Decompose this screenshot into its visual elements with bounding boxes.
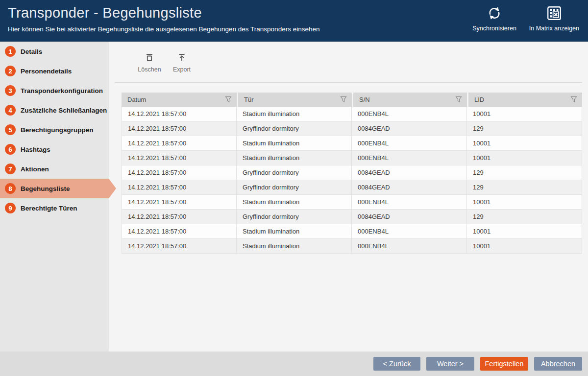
sidebar-item-label: Transponderkonfiguration — [21, 87, 103, 94]
table-cell: Gryffindor dormitory — [237, 165, 352, 180]
sidebar-item-label: Details — [21, 48, 42, 55]
table-row[interactable]: 14.12.2021 18:57:00Gryffindor dormitory0… — [122, 210, 582, 224]
sidebar-item-label: Begehungsliste — [21, 185, 70, 192]
next-button[interactable]: Weiter > — [426, 357, 474, 371]
table-cell: 14.12.2021 18:57:00 — [122, 224, 237, 239]
app-window: Transponder - Begehungsliste Hier können… — [0, 0, 588, 376]
sidebar-item-berechtigungsgruppen[interactable]: 5Berechtigungsgruppen — [0, 120, 109, 140]
table-row[interactable]: 14.12.2021 18:57:00Stadium illumination0… — [122, 195, 582, 210]
table-cell: Gryffindor dormitory — [237, 210, 352, 224]
table-cell: 000ENB4L — [352, 195, 467, 210]
table-row[interactable]: 14.12.2021 18:57:00Stadium illumination0… — [122, 136, 582, 151]
table-cell: 000ENB4L — [352, 224, 467, 239]
sidebar-item-label: Zusätzliche Schließanlagen — [21, 107, 107, 114]
sidebar-item-personendetails[interactable]: 2Personendetails — [0, 61, 109, 81]
filter-funnel-icon[interactable] — [570, 96, 577, 104]
sidebar-item-berechtigte-t-ren[interactable]: 9Berechtigte Türen — [0, 198, 109, 218]
column-header-label: Datum — [127, 96, 146, 103]
table-cell: 14.12.2021 18:57:00 — [122, 136, 237, 151]
table-cell: 129 — [467, 210, 582, 224]
filter-funnel-icon[interactable] — [340, 96, 347, 104]
table-cell: 000ENB4L — [352, 107, 467, 121]
table-cell: 0084GEAD — [352, 210, 467, 224]
column-header-label: S/N — [359, 96, 370, 103]
table-row[interactable]: 14.12.2021 18:57:00Stadium illumination0… — [122, 239, 582, 254]
column-header-s-n[interactable]: S/N — [352, 93, 467, 107]
table-cell: 10001 — [467, 239, 582, 254]
export-button[interactable]: Export — [167, 52, 197, 73]
back-button[interactable]: < Zurück — [373, 357, 420, 371]
table-row[interactable]: 14.12.2021 18:57:00Gryffindor dormitory0… — [122, 180, 582, 195]
access-list-table: DatumTürS/NLID 14.12.2021 18:57:00Stadiu… — [122, 93, 582, 254]
table-cell: 0084GEAD — [352, 165, 467, 180]
trash-icon — [145, 52, 154, 64]
column-header-datum[interactable]: Datum — [122, 93, 237, 107]
step-number-badge: 4 — [5, 105, 16, 116]
table-cell: 14.12.2021 18:57:00 — [122, 239, 237, 254]
step-number-badge: 3 — [5, 85, 16, 96]
sidebar-item-aktionen[interactable]: 7Aktionen — [0, 159, 109, 179]
sidebar-item-begehungsliste[interactable]: 8Begehungsliste — [0, 179, 109, 198]
filter-funnel-icon[interactable] — [225, 96, 232, 104]
header-bar: Transponder - Begehungsliste Hier können… — [0, 0, 588, 42]
sidebar-item-zus-tzliche-schlie-anlagen[interactable]: 4Zusätzliche Schließanlagen — [0, 100, 109, 120]
table-cell: 129 — [467, 165, 582, 180]
step-number-badge: 7 — [5, 164, 16, 174]
synchronize-button[interactable]: Synchronisieren — [472, 5, 516, 32]
export-icon — [177, 52, 187, 64]
table-cell: 14.12.2021 18:57:00 — [122, 180, 237, 195]
footer-bar: < Zurück Weiter > Fertigstellen Abbreche… — [0, 352, 588, 376]
table-cell: 0084GEAD — [352, 180, 467, 195]
sidebar-item-label: Hashtags — [21, 146, 50, 153]
table-cell: 000ENB4L — [352, 239, 467, 254]
table-cell: 10001 — [467, 136, 582, 151]
sidebar-item-hashtags[interactable]: 6Hashtags — [0, 140, 109, 159]
filter-funnel-icon[interactable] — [455, 96, 462, 104]
table-row[interactable]: 14.12.2021 18:57:00Gryffindor dormitory0… — [122, 165, 582, 180]
table-cell: Gryffindor dormitory — [237, 121, 352, 136]
table-cell: Stadium illumination — [237, 136, 352, 151]
column-header-t-r[interactable]: Tür — [237, 93, 352, 107]
step-number-badge: 5 — [5, 124, 16, 135]
sidebar-item-label: Berechtigte Türen — [21, 205, 77, 212]
table-cell: Stadium illumination — [237, 224, 352, 239]
table-cell: 14.12.2021 18:57:00 — [122, 151, 237, 165]
column-header-lid[interactable]: LID — [467, 93, 582, 107]
table-cell: 14.12.2021 18:57:00 — [122, 121, 237, 136]
sync-icon — [486, 5, 503, 24]
matrix-icon — [546, 5, 563, 24]
sidebar-item-details[interactable]: 1Details — [0, 42, 109, 61]
table-cell: Stadium illumination — [237, 107, 352, 121]
table-cell: 0084GEAD — [352, 121, 467, 136]
table-header-row: DatumTürS/NLID — [122, 93, 582, 107]
page-title: Transponder - Begehungsliste — [8, 5, 202, 21]
export-label: Export — [173, 66, 191, 73]
wizard-step-sidebar: 1Details2Personendetails3Transponderkonf… — [0, 42, 109, 352]
toolbar-separator — [115, 82, 582, 83]
table-cell: 10001 — [467, 151, 582, 165]
main-content: Löschen Export DatumTürS/NLID 14.12.2021… — [109, 42, 588, 352]
show-in-matrix-button[interactable]: In Matrix anzeigen — [529, 5, 579, 32]
table-cell: Stadium illumination — [237, 151, 352, 165]
step-number-badge: 8 — [5, 183, 16, 194]
table-row[interactable]: 14.12.2021 18:57:00Gryffindor dormitory0… — [122, 121, 582, 136]
table-cell: 14.12.2021 18:57:00 — [122, 165, 237, 180]
column-header-label: Tür — [244, 96, 254, 103]
sidebar-item-transponderkonfiguration[interactable]: 3Transponderkonfiguration — [0, 81, 109, 100]
finish-button[interactable]: Fertigstellen — [480, 357, 528, 371]
table-row[interactable]: 14.12.2021 18:57:00Stadium illumination0… — [122, 224, 582, 239]
table-cell: Stadium illumination — [237, 239, 352, 254]
show-in-matrix-label: In Matrix anzeigen — [529, 25, 579, 32]
column-header-label: LID — [474, 96, 484, 103]
step-number-badge: 9 — [5, 203, 16, 213]
delete-button[interactable]: Löschen — [134, 52, 165, 73]
synchronize-label: Synchronisieren — [472, 25, 516, 32]
table-cell: 000ENB4L — [352, 136, 467, 151]
table-cell: 14.12.2021 18:57:00 — [122, 107, 237, 121]
table-cell: 10001 — [467, 224, 582, 239]
table-cell: 000ENB4L — [352, 151, 467, 165]
page-subtitle: Hier können Sie bei aktivierter Begehung… — [8, 25, 319, 33]
cancel-button[interactable]: Abbrechen — [534, 357, 582, 371]
table-row[interactable]: 14.12.2021 18:57:00Stadium illumination0… — [122, 151, 582, 165]
table-row[interactable]: 14.12.2021 18:57:00Stadium illumination0… — [122, 107, 582, 121]
